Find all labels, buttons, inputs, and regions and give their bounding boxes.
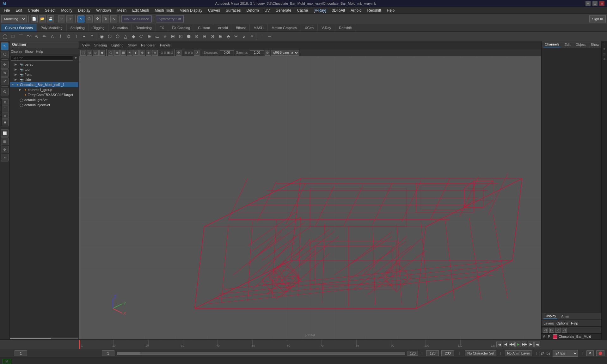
go-to-start-button[interactable]: ⏮ xyxy=(496,342,502,347)
tab-redshift[interactable]: Redshift xyxy=(335,24,356,31)
tab-animation[interactable]: Animation xyxy=(108,24,132,31)
hypershade-button[interactable]: ≋ xyxy=(1,154,9,161)
menu-file[interactable]: File xyxy=(1,8,12,13)
menu-mesh[interactable]: Mesh xyxy=(115,8,129,13)
outliner-item-front[interactable]: ▶ 📷 front xyxy=(10,72,78,77)
play-forward-fast-button[interactable]: ▶▶ xyxy=(522,342,527,347)
no-character-set-button[interactable]: No Character Set xyxy=(465,350,496,356)
layer-item-chocolate[interactable]: V P Chocolate_Bar_Mold xyxy=(542,334,601,339)
vp-select-camera[interactable]: ⬚ xyxy=(80,50,86,56)
vp-refresh[interactable]: ↺ xyxy=(194,50,199,56)
rotate-tool[interactable]: ↻ xyxy=(1,69,9,77)
no-anim-layer-button[interactable]: No Anim Layer xyxy=(505,350,532,356)
pencil-curve-button[interactable]: ✏ xyxy=(41,33,48,40)
ep-curve-button[interactable]: ∿ xyxy=(33,33,40,40)
vp-ao[interactable]: ⊗ xyxy=(139,50,145,56)
viewport-view-menu[interactable]: View xyxy=(80,43,92,48)
viewport-canvas[interactable]: Y X Z persp xyxy=(79,56,541,339)
tab-arnold[interactable]: Arnold xyxy=(214,24,232,31)
go-to-end-button[interactable]: ⏭ xyxy=(534,342,540,347)
loft-button[interactable]: ⬢ xyxy=(185,33,193,40)
birail-button[interactable]: ⊟ xyxy=(201,33,208,40)
step-forward-button[interactable]: ▶ xyxy=(528,342,534,347)
ipr-button[interactable]: ▦ xyxy=(1,137,9,145)
range-start-input[interactable] xyxy=(102,350,114,356)
snap-grid-button[interactable]: ⊞ xyxy=(2,99,8,106)
outliner-item-side[interactable]: ▶ 📷 side xyxy=(10,77,78,82)
tab-curves-surfaces[interactable]: Curves / Surfaces xyxy=(1,24,37,31)
menu-vray[interactable]: [V-Ray] xyxy=(311,8,328,13)
snap-point-button[interactable]: ⊕ xyxy=(2,112,8,119)
outliner-item-top[interactable]: ▶ 📷 top xyxy=(10,67,78,72)
tab-xgen[interactable]: XGen xyxy=(301,24,318,31)
vp-smooth-shade[interactable]: ◉ xyxy=(114,50,120,56)
max-time-input[interactable] xyxy=(441,350,454,356)
scale-tool[interactable]: ⤢ xyxy=(1,77,9,85)
menu-redshift[interactable]: Redshift xyxy=(365,8,384,13)
move-tool-button[interactable]: ✛ xyxy=(94,15,101,22)
cube-surface-button[interactable]: ⬡ xyxy=(106,33,113,40)
rotate-tool-button[interactable]: ↻ xyxy=(102,15,109,22)
vp-lighting-btn[interactable]: ☀ xyxy=(127,50,132,56)
vp-wireframe[interactable]: ⬡ xyxy=(108,50,113,56)
vp-prev-frame[interactable]: ◁ xyxy=(87,50,92,56)
outliner-search-input[interactable] xyxy=(11,56,73,61)
paint-select-tool[interactable]: ⬡ xyxy=(1,51,9,58)
scale-tool-button[interactable]: ⤡ xyxy=(110,15,117,22)
select-tool-button[interactable]: ↖ xyxy=(77,15,84,22)
curve-tool-button[interactable]: 〜 xyxy=(25,33,33,40)
no-live-surface-button[interactable]: No Live Surface xyxy=(121,15,152,22)
outliner-item-tempcam[interactable]: ✦ TempCamFBXASC046Target xyxy=(10,92,78,97)
cv-curve-button[interactable]: ⌁ xyxy=(80,33,88,40)
square-tool-button[interactable]: □ xyxy=(9,33,17,40)
sphere-button[interactable]: ◉ xyxy=(98,33,106,40)
undo-button[interactable]: ↩ xyxy=(58,15,65,22)
new-layer-button[interactable]: ◁ xyxy=(543,328,548,333)
delete-layer-button[interactable]: ◁ xyxy=(555,328,561,333)
menu-display[interactable]: Display xyxy=(76,8,93,13)
menu-mesh-display[interactable]: Mesh Display xyxy=(177,8,205,13)
options-menu[interactable]: Options xyxy=(556,321,568,325)
range-end-input[interactable] xyxy=(426,350,439,356)
colorspace-dropdown[interactable]: sRGB gamma xyxy=(271,50,299,56)
outliner-show-menu[interactable]: Show xyxy=(25,50,34,53)
menu-arnold[interactable]: Arnold xyxy=(348,8,364,13)
sign-in-button[interactable]: Sign In xyxy=(589,15,606,22)
sweep-button[interactable]: ⊞ xyxy=(169,33,177,40)
outliner-display-menu[interactable]: Display xyxy=(11,50,22,53)
viewport-lighting-menu[interactable]: Lighting xyxy=(109,43,126,48)
menu-edit-mesh[interactable]: Edit Mesh xyxy=(130,8,151,13)
menu-surfaces[interactable]: Surfaces xyxy=(223,8,243,13)
menu-generate[interactable]: Generate xyxy=(273,8,294,13)
anim-tab[interactable]: Anim xyxy=(560,314,570,319)
menu-uv[interactable]: UV xyxy=(262,8,273,13)
outliner-item-camera-group[interactable]: ▶ ✦ camera1_group xyxy=(10,87,78,92)
play-back-button[interactable]: ◀◀ xyxy=(509,342,515,347)
tab-sculpting[interactable]: Sculpting xyxy=(67,24,89,31)
fps-dropdown[interactable]: 24 fps 30 fps xyxy=(553,350,578,357)
mode-dropdown[interactable]: Modeling xyxy=(1,15,27,22)
nurbs-button[interactable]: ⌾ xyxy=(161,33,169,40)
viewport-shading-menu[interactable]: Shading xyxy=(92,43,109,48)
timeline-ruler[interactable]: 1 10 20 30 40 50 60 70 80 90 100 110 120 xyxy=(79,340,495,349)
vp-move[interactable]: ✛ xyxy=(176,50,181,56)
vp-texture[interactable]: ▦ xyxy=(120,50,126,56)
current-frame-input[interactable] xyxy=(15,350,27,356)
select-tool[interactable]: ↖ xyxy=(1,42,9,50)
menu-curves[interactable]: Curves xyxy=(205,8,223,13)
curve2-button[interactable]: ⌇ xyxy=(57,33,64,40)
layer-visible-toggle[interactable]: V xyxy=(543,335,547,338)
tab-rendering[interactable]: Rendering xyxy=(132,24,156,31)
symmetry-button[interactable]: Symmetry: Off xyxy=(156,15,184,22)
arc-tool-button[interactable]: ⌒ xyxy=(17,33,25,40)
layer-options-button[interactable]: ▷ xyxy=(549,328,554,333)
menu-create[interactable]: Create xyxy=(25,8,42,13)
revolve-button[interactable]: ⊙ xyxy=(193,33,200,40)
playback-slider[interactable] xyxy=(117,352,405,355)
outliner-item-object-set[interactable]: ◯ defaultObjectSet xyxy=(10,102,78,107)
menu-cache[interactable]: Cache xyxy=(294,8,310,13)
text-button[interactable]: T xyxy=(72,33,80,40)
loop-button[interactable]: ↺ xyxy=(586,350,594,356)
cone-surface-button[interactable]: △ xyxy=(122,33,129,40)
menu-mesh-tools[interactable]: Mesh Tools xyxy=(152,8,176,13)
